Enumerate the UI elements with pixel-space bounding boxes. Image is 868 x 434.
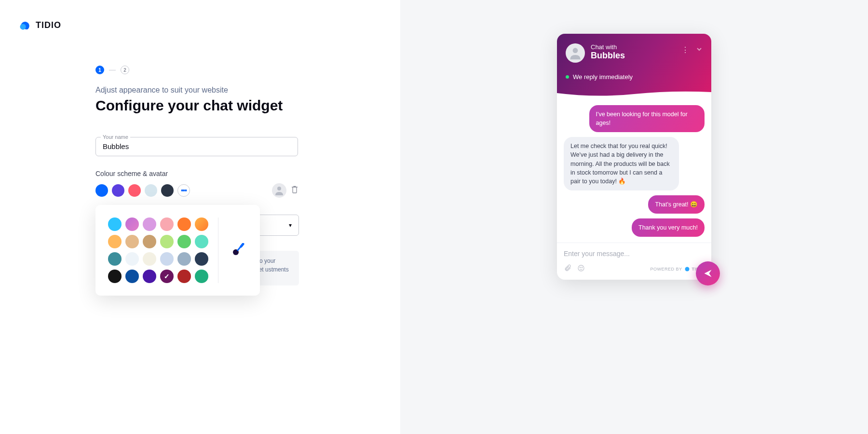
reply-status-text: We reply immediately [573,73,633,81]
send-button[interactable] [696,261,720,285]
chat-footer: Enter your message... POWERED BY TIDIO [557,243,711,280]
color-swatch[interactable] [195,217,208,231]
left-panel: TIDIO 1 2 Adjust appearance to suit your… [0,0,400,434]
color-swatch[interactable] [125,217,139,231]
color-swatch[interactable] [125,235,139,248]
step-1[interactable]: 1 [95,66,104,74]
logo-icon [18,18,32,32]
color-swatch[interactable] [108,270,122,283]
popover-divider [218,217,218,283]
name-field[interactable]: Your name [95,137,298,156]
quick-color-row: ••• [95,183,298,198]
name-field-label: Your name [101,134,130,140]
color-swatch[interactable] [195,252,208,266]
logo: TIDIO [0,0,400,32]
color-swatch[interactable]: ✓ [160,270,174,283]
more-colors-button[interactable]: ••• [177,184,190,197]
logo-text: TIDIO [36,20,61,30]
content-area: 1 2 Adjust appearance to suit your websi… [0,32,299,198]
status-dot-icon [566,75,569,79]
quick-color-swatch[interactable] [95,184,108,197]
stepper: 1 2 [95,66,299,74]
svg-point-3 [573,48,578,53]
color-swatch[interactable] [177,270,191,283]
color-swatch[interactable] [160,235,174,248]
chat-body: I've been looking for this model for age… [557,97,711,243]
chevron-down-icon[interactable] [696,46,703,54]
color-grid: ✓ [108,217,208,283]
color-swatch[interactable] [125,252,139,266]
color-swatch[interactable] [160,217,174,231]
quick-color-swatch[interactable] [161,184,174,197]
color-swatch[interactable] [143,235,156,248]
color-swatch[interactable] [195,235,208,248]
chat-with-label: Chat with [591,43,676,51]
svg-point-0 [20,24,26,29]
color-picker-popover: ✓ [95,205,260,296]
color-swatch[interactable] [160,252,174,266]
trash-icon[interactable] [291,186,298,195]
color-swatch[interactable] [177,217,191,231]
color-section-label: Colour scheme & avatar [95,170,299,177]
header-wave [557,89,711,98]
powered-logo-icon [684,266,690,272]
preview-panel: Chat with Bubbles ⋮ We reply immediately… [400,0,868,434]
user-message-bubble: I've been looking for this model for age… [589,105,705,132]
color-swatch[interactable] [143,270,156,283]
avatar-controls [272,183,298,198]
color-swatch[interactable] [125,270,139,283]
quick-color-swatch[interactable] [112,184,124,197]
user-message-bubble: That's great! 😄 [648,195,705,214]
color-swatch[interactable] [177,252,191,266]
svg-point-5 [580,267,580,268]
chat-widget-preview: Chat with Bubbles ⋮ We reply immediately… [557,34,711,280]
page-subtitle: Adjust appearance to suit your website [95,86,299,95]
kebab-icon[interactable]: ⋮ [681,45,689,54]
user-message-bubble: Thank you very much! [632,218,705,237]
custom-color-button[interactable] [228,217,247,283]
step-2[interactable]: 2 [121,66,129,74]
quick-color-swatch[interactable] [128,184,141,197]
color-swatch[interactable] [108,252,122,266]
color-swatch[interactable] [195,270,208,283]
reply-status-row: We reply immediately [566,73,703,81]
chat-header: Chat with Bubbles ⋮ We reply immediately [557,34,711,97]
quick-color-swatch[interactable] [145,184,157,197]
emoji-icon[interactable] [577,264,585,274]
chevron-down-icon: ▾ [289,222,292,229]
chat-header-avatar [566,43,585,63]
svg-point-4 [578,265,584,271]
color-swatch[interactable] [143,217,156,231]
name-input[interactable] [103,142,291,150]
step-connector [109,70,116,70]
attachment-icon[interactable] [564,264,571,274]
svg-point-7 [685,267,689,271]
svg-point-1 [277,187,281,190]
color-swatch[interactable] [143,252,156,266]
check-icon: ✓ [164,272,170,280]
avatar-preview[interactable] [272,183,286,198]
svg-point-6 [582,267,582,268]
agent-message-bubble: Let me check that for you real quick! We… [564,137,679,190]
chat-input[interactable]: Enter your message... [564,250,705,258]
color-swatch[interactable] [108,217,122,231]
page-title: Configure your chat widget [95,97,299,114]
color-swatch[interactable] [108,235,122,248]
color-swatch[interactable] [177,235,191,248]
chat-header-name: Bubbles [591,51,676,61]
